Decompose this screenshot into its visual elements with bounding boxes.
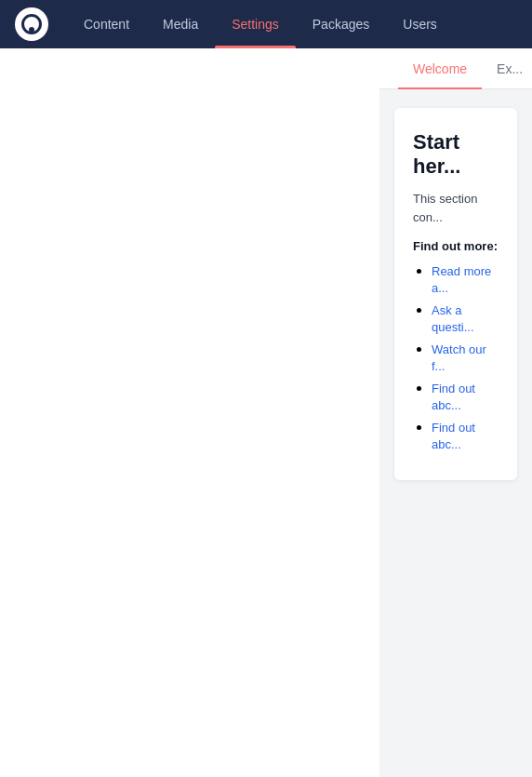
right-panel: Welcome Ex... Start her... This section …	[379, 48, 532, 777]
nav-item-users[interactable]: Users	[386, 0, 454, 48]
find-out-label: Find out more:	[413, 239, 499, 253]
tab-ex[interactable]: Ex...	[482, 48, 532, 89]
nav-items: Content Media Settings Packages Users	[67, 0, 517, 48]
topnav: Content Media Settings Packages Users	[0, 0, 532, 48]
list-item: Ask a questi...	[432, 301, 499, 335]
nav-item-settings[interactable]: Settings	[215, 0, 296, 48]
nav-item-content[interactable]: Content	[67, 0, 146, 48]
list-item: Find out abc...	[432, 419, 499, 452]
link-list: Read more a... Ask a questi... Watch our…	[413, 262, 499, 452]
link-find-out-1[interactable]: Find out abc...	[432, 382, 475, 412]
tab-welcome[interactable]: Welcome	[398, 48, 482, 89]
main-layout: Welcome Ex... Start her... This section …	[0, 48, 532, 777]
left-panel	[0, 48, 379, 777]
list-item: Find out abc...	[432, 380, 499, 413]
link-ask-question[interactable]: Ask a questi...	[432, 303, 474, 334]
welcome-title: Start her...	[413, 130, 499, 179]
logo[interactable]	[15, 7, 48, 41]
tabs-bar: Welcome Ex...	[379, 48, 532, 89]
nav-item-media[interactable]: Media	[146, 0, 215, 48]
link-watch-our[interactable]: Watch our f...	[432, 342, 486, 373]
nav-item-packages[interactable]: Packages	[296, 0, 386, 48]
link-read-more[interactable]: Read more a...	[432, 264, 491, 295]
welcome-description: This section con...	[413, 190, 499, 226]
list-item: Read more a...	[432, 262, 499, 296]
logo-icon	[21, 14, 42, 34]
welcome-card: Start her... This section con... Find ou…	[394, 108, 517, 480]
list-item: Watch our f...	[432, 341, 499, 374]
link-find-out-2[interactable]: Find out abc...	[432, 421, 475, 451]
